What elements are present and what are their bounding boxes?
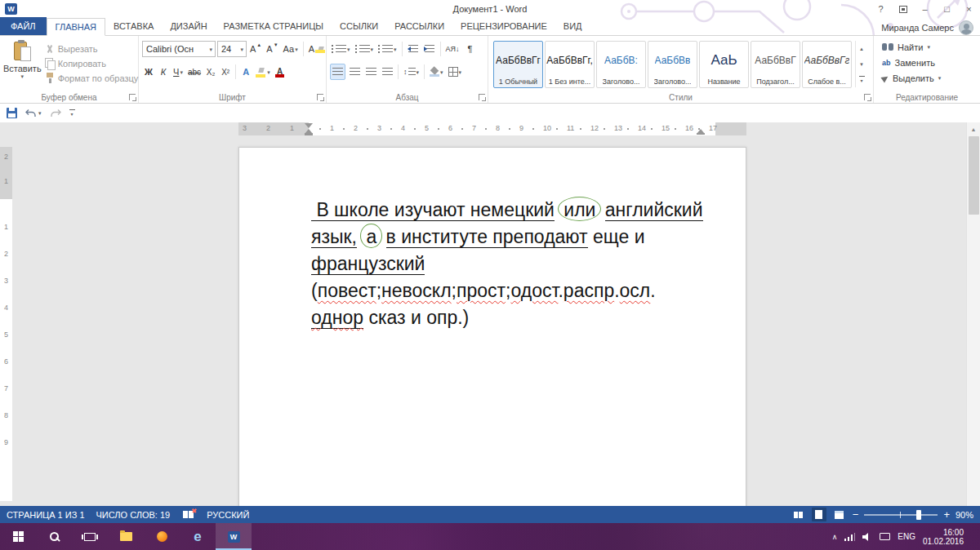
clear-formatting-button[interactable]: А: [307, 41, 323, 57]
style-heading-2[interactable]: АаБбВвЗаголово...: [648, 41, 697, 88]
restore-button[interactable]: □: [936, 0, 958, 18]
tab-home[interactable]: ГЛАВНАЯ: [47, 18, 105, 36]
zoom-level[interactable]: 90%: [956, 510, 973, 520]
v-ruler[interactable]: 21123456789: [0, 135, 12, 506]
decrease-indent-button[interactable]: [406, 41, 421, 57]
style-subtle-emphasis[interactable]: АаБбВвГгСлабое в...: [802, 41, 852, 88]
multilevel-list-button[interactable]: ▾: [376, 41, 399, 57]
align-right-button[interactable]: [363, 64, 378, 80]
style-heading-1[interactable]: АаБбВ:Заголово...: [596, 41, 646, 88]
numbering-button[interactable]: ▾: [354, 41, 376, 57]
select-button[interactable]: Выделить ▾: [882, 70, 977, 86]
keyboard-icon[interactable]: [880, 533, 890, 540]
print-layout-button[interactable]: [812, 508, 826, 521]
justify-button[interactable]: [380, 64, 394, 80]
paste-button[interactable]: Вставить ▾: [3, 39, 42, 91]
font-dialog-launcher[interactable]: [317, 94, 323, 100]
paragraph-dialog-launcher[interactable]: [479, 94, 485, 100]
style-no-spacing[interactable]: АаБбВвГг,1 Без инте...: [545, 41, 595, 88]
app-button-orange[interactable]: [144, 523, 180, 550]
styles-dialog-launcher[interactable]: [864, 94, 871, 100]
proofing-errors-icon[interactable]: [183, 511, 194, 518]
redo-button[interactable]: [50, 109, 61, 118]
tab-file[interactable]: ФАЙЛ: [0, 17, 47, 35]
strikethrough-button[interactable]: abc: [186, 64, 203, 80]
cut-button[interactable]: Вырезать: [45, 42, 139, 55]
word-taskbar-button[interactable]: W: [216, 523, 252, 550]
zoom-in-button[interactable]: +: [943, 509, 950, 520]
subscript-button[interactable]: X₂: [204, 64, 217, 80]
tab-page-layout[interactable]: РАЗМЕТКА СТРАНИЦЫ: [216, 18, 332, 35]
network-icon[interactable]: [844, 533, 855, 541]
copy-button[interactable]: Копировать: [45, 57, 139, 69]
format-painter-button[interactable]: Формат по образцу: [45, 72, 139, 84]
text-effects-button[interactable]: А: [239, 64, 252, 80]
search-button[interactable]: [36, 523, 72, 550]
tray-expand-button[interactable]: ∧: [832, 533, 838, 541]
file-explorer-button[interactable]: [108, 523, 144, 550]
tab-insert[interactable]: ВСТАВКА: [105, 18, 162, 35]
web-layout-button[interactable]: [832, 508, 847, 521]
shading-button[interactable]: ▾: [428, 64, 445, 80]
user-account[interactable]: Миранда Самерс: [881, 20, 980, 35]
first-line-indent-marker[interactable]: [305, 123, 313, 128]
ribbon-display-options-button[interactable]: [892, 0, 914, 18]
read-mode-button[interactable]: [791, 508, 806, 521]
style-normal[interactable]: АаБбВвГг1 Обычный: [493, 41, 543, 88]
start-button[interactable]: [0, 523, 36, 550]
left-indent-marker[interactable]: [305, 133, 313, 135]
language-button[interactable]: ENG: [898, 532, 915, 541]
volume-icon[interactable]: [862, 533, 872, 541]
styles-more-button[interactable]: ▾: [855, 72, 867, 87]
italic-button[interactable]: К: [157, 64, 170, 80]
tab-mailings[interactable]: РАССЫЛКИ: [386, 18, 452, 35]
underline-button[interactable]: Ч ▾: [172, 64, 185, 80]
word-count[interactable]: ЧИСЛО СЛОВ: 19: [96, 510, 171, 520]
customize-qat-button[interactable]: ▾: [69, 109, 75, 117]
bullets-button[interactable]: ▾: [330, 41, 352, 57]
task-view-button[interactable]: [72, 523, 108, 550]
replace-button[interactable]: ab Заменить: [882, 55, 977, 70]
help-button[interactable]: ?: [870, 0, 892, 18]
align-center-button[interactable]: [347, 64, 362, 80]
styles-scroll-up-button[interactable]: ▲: [855, 41, 867, 56]
document-text[interactable]: В школе изучают немецкий или английскийя…: [311, 197, 721, 331]
page-indicator[interactable]: СТРАНИЦА 1 ИЗ 1: [7, 510, 85, 520]
sort-button[interactable]: АЯ↓: [444, 41, 461, 57]
save-button[interactable]: [7, 108, 17, 118]
vertical-scrollbar[interactable]: ▲: [966, 122, 980, 506]
font-name-combo[interactable]: Calibri (Осн ▾: [142, 41, 216, 57]
find-button[interactable]: Найти ▾: [882, 39, 977, 55]
line-spacing-button[interactable]: ↕ ▾: [402, 64, 421, 80]
clipboard-dialog-launcher[interactable]: [129, 94, 136, 100]
highlight-color-button[interactable]: ▾: [254, 64, 272, 80]
close-button[interactable]: ×: [958, 0, 980, 18]
scroll-up-button[interactable]: ▲: [967, 122, 980, 135]
tab-review[interactable]: РЕЦЕНЗИРОВАНИЕ: [452, 18, 555, 35]
grow-font-button[interactable]: А ▲: [248, 41, 263, 57]
clock[interactable]: 16:00 01.02.2016: [923, 528, 964, 546]
scrollbar-thumb[interactable]: [969, 136, 979, 215]
zoom-thumb[interactable]: [916, 510, 921, 520]
style-subtitle[interactable]: АаБбВвГПодзагол...: [751, 41, 800, 88]
tab-view[interactable]: ВИД: [555, 18, 590, 35]
align-left-button[interactable]: [330, 64, 345, 80]
edge-button[interactable]: e: [180, 523, 216, 550]
styles-scroll-down-button[interactable]: ▼: [855, 56, 867, 72]
style-title[interactable]: АаЬНазвание: [699, 41, 749, 88]
borders-button[interactable]: ▾: [447, 64, 464, 80]
tab-design[interactable]: ДИЗАЙН: [162, 18, 215, 35]
show-marks-button[interactable]: ¶: [463, 41, 478, 57]
bold-button[interactable]: Ж: [142, 64, 155, 80]
increase-indent-button[interactable]: [422, 41, 437, 57]
minimize-button[interactable]: –: [914, 0, 936, 18]
shrink-font-button[interactable]: А ▼: [265, 41, 279, 57]
tab-references[interactable]: ССЫЛКИ: [332, 18, 386, 35]
undo-button[interactable]: ▾: [25, 109, 42, 118]
zoom-slider[interactable]: [864, 514, 938, 516]
h-ruler[interactable]: 3211234567891011121314151617: [238, 122, 746, 135]
superscript-button[interactable]: X²: [219, 64, 232, 80]
language-indicator[interactable]: РУССКИЙ: [207, 510, 249, 520]
change-case-button[interactable]: Аа ▾: [282, 41, 300, 57]
font-size-combo[interactable]: 24 ▾: [217, 41, 247, 57]
